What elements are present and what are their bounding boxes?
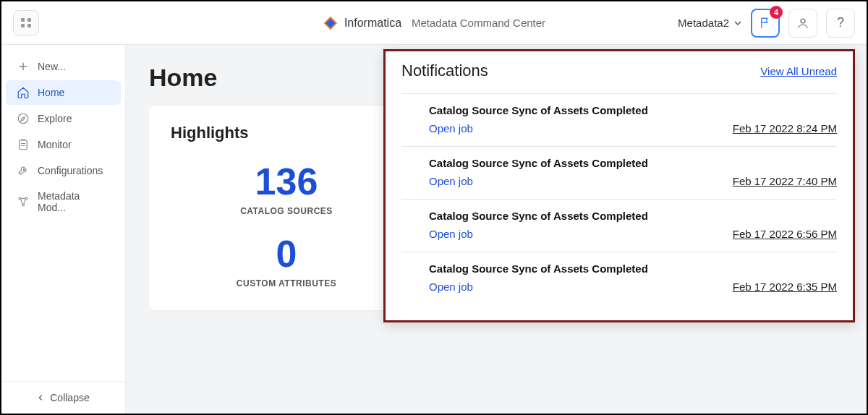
notification-title: Catalog Source Sync of Assets Completed — [429, 157, 837, 169]
sidebar-item-label: Monitor — [38, 139, 72, 150]
open-job-link[interactable]: Open job — [429, 175, 473, 187]
sidebar-item-monitor[interactable]: Monitor — [6, 132, 121, 157]
notifications-panel: Notifications View All Unread Catalog So… — [383, 49, 855, 322]
svg-point-7 — [22, 204, 24, 206]
compass-icon — [16, 112, 30, 125]
svg-point-3 — [18, 114, 28, 124]
notification-item[interactable]: Catalog Source Sync of Assets Completed … — [401, 199, 837, 252]
workspace-selector[interactable]: Metadata2 — [678, 17, 742, 29]
chevron-down-icon — [733, 19, 742, 27]
notification-badge: 4 — [770, 6, 783, 19]
notification-title: Catalog Source Sync of Assets Completed — [429, 104, 837, 116]
stat-label: CATALOG SOURCES — [214, 206, 359, 216]
sidebar-item-label: Metadata Mod... — [38, 190, 111, 213]
user-icon — [796, 17, 809, 30]
header: Informatica Metadata Command Center Meta… — [1, 1, 867, 45]
sidebar-item-metadata-models[interactable]: Metadata Mod... — [6, 184, 121, 219]
sidebar-item-label: Home — [38, 87, 64, 98]
brand-subtitle: Metadata Command Center — [412, 17, 545, 29]
sidebar-collapse[interactable]: Collapse — [1, 381, 125, 414]
notification-time: Feb 17 2022 6:56 PM — [733, 228, 837, 240]
brand-name: Informatica — [344, 17, 401, 30]
help-button[interactable]: ? — [826, 9, 855, 38]
wrench-icon — [16, 164, 30, 177]
notifications-button[interactable]: 4 — [751, 9, 780, 38]
open-job-link[interactable]: Open job — [429, 122, 473, 134]
collapse-label: Collapse — [50, 392, 89, 403]
notification-time: Feb 17 2022 7:40 PM — [733, 175, 837, 187]
view-all-unread-link[interactable]: View All Unread — [760, 65, 837, 77]
stat-label: CUSTOM ATTRIBUTES — [214, 278, 359, 288]
chevron-left-icon — [37, 394, 44, 401]
brand: Informatica Metadata Command Center — [323, 15, 545, 31]
open-job-link[interactable]: Open job — [429, 281, 473, 293]
notification-item[interactable]: Catalog Source Sync of Assets Completed … — [401, 252, 837, 304]
informatica-logo-icon — [323, 15, 339, 31]
workspace-label: Metadata2 — [678, 17, 729, 29]
notifications-header: Notifications View All Unread — [401, 61, 837, 80]
stat-catalog-sources: 136 CATALOG SOURCES 0 CUSTOM ATTRIBUTES — [214, 163, 359, 288]
header-right: Metadata2 4 ? — [678, 9, 855, 38]
svg-point-2 — [801, 19, 805, 23]
sidebar-item-explore[interactable]: Explore — [6, 106, 121, 131]
grid-icon — [21, 18, 31, 28]
sidebar-item-label: New... — [38, 61, 66, 72]
plus-icon — [16, 60, 30, 73]
notification-title: Catalog Source Sync of Assets Completed — [429, 210, 837, 222]
notification-time: Feb 17 2022 8:24 PM — [733, 122, 837, 134]
svg-rect-4 — [20, 140, 27, 150]
notification-title: Catalog Source Sync of Assets Completed — [429, 262, 837, 275]
sidebar-item-label: Configurations — [38, 165, 103, 176]
user-button[interactable] — [788, 9, 817, 38]
sidebar-item-configurations[interactable]: Configurations — [6, 158, 121, 183]
sidebar-item-home[interactable]: Home — [6, 80, 121, 105]
sidebar: New... Home Explore Monitor Configuratio… — [1, 45, 126, 414]
notification-time: Feb 17 2022 6:35 PM — [733, 281, 837, 293]
graph-icon — [16, 195, 30, 208]
flag-icon — [759, 17, 772, 30]
help-icon: ? — [837, 15, 844, 30]
notification-item[interactable]: Catalog Source Sync of Assets Completed … — [401, 146, 837, 199]
stat-value: 0 — [214, 235, 359, 273]
app-switcher-button[interactable] — [13, 10, 39, 36]
clipboard-icon — [16, 138, 30, 151]
notifications-title: Notifications — [401, 61, 488, 80]
sidebar-item-label: Explore — [38, 113, 72, 124]
sidebar-item-new[interactable]: New... — [6, 54, 121, 79]
home-icon — [16, 86, 30, 99]
open-job-link[interactable]: Open job — [429, 228, 473, 240]
stat-value: 136 — [214, 163, 359, 200]
notification-item[interactable]: Catalog Source Sync of Assets Completed … — [401, 93, 837, 146]
